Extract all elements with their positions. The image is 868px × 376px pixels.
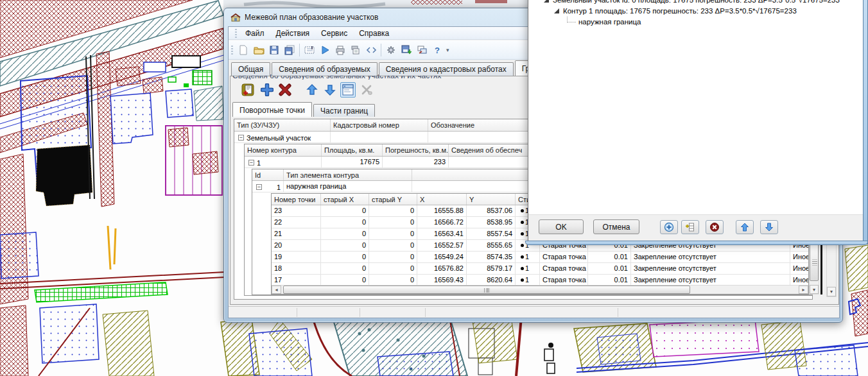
point-style-icon [521, 232, 524, 235]
status-bar [229, 306, 839, 318]
toolbar-separator [299, 44, 300, 56]
save-icon[interactable] [266, 43, 282, 57]
point-style-icon [521, 221, 524, 224]
add-document-icon[interactable] [240, 82, 256, 98]
toolbar-more-icon[interactable]: ▾ [446, 47, 449, 53]
transfer-icon[interactable] [414, 43, 430, 57]
points-tab-bar: Поворотные точки Части границ [232, 103, 376, 117]
tab-chasti-granits[interactable]: Части границ [313, 104, 375, 117]
code-icon[interactable] [363, 43, 379, 57]
save-export-icon[interactable] [399, 43, 414, 57]
expanded-triangle-icon[interactable] [554, 8, 559, 13]
new-document-icon[interactable] [236, 43, 251, 57]
save-as-icon[interactable] [282, 43, 297, 57]
cell-point-number: 18 [272, 263, 321, 274]
menu-service[interactable]: Сервис [315, 28, 353, 39]
scroll-left-icon[interactable]: ◂ [272, 286, 281, 294]
contour-dialog: Земельный участок id: 0 площадь: 17675 п… [528, 0, 864, 241]
delete-circle-icon[interactable] [706, 220, 724, 234]
help-icon[interactable]: ? [430, 43, 445, 57]
dialog-frame-edge [863, 0, 868, 244]
collapse-box[interactable]: − [256, 184, 262, 190]
move-up-icon[interactable] [736, 220, 754, 234]
cancel-button[interactable]: Отмена [593, 219, 639, 234]
collapse-box[interactable]: − [238, 135, 244, 141]
toolbar-separator [381, 44, 381, 56]
menu-grip [235, 29, 237, 38]
point-style-icon [521, 278, 524, 282]
expanded-triangle-icon[interactable] [544, 0, 549, 3]
form-view-icon[interactable] [340, 82, 356, 98]
scroll-down-icon[interactable]: ▾ [827, 287, 836, 296]
cell-point-number: 17 [272, 275, 321, 286]
points-row[interactable]: 190016549.248574.351Старая точка0.01Закр… [272, 252, 808, 263]
open-folder-icon[interactable] [251, 43, 266, 57]
menu-file[interactable]: Файл [239, 28, 270, 39]
points-hscrollbar[interactable]: ◂ ▸ [272, 285, 808, 294]
points-row[interactable]: 180016576.828579.171Старая точка0.01Закр… [272, 263, 808, 275]
tree-item-parcel[interactable]: Земельный участок id: 0 площадь: 17675 п… [528, 0, 863, 5]
hscroll-thumb[interactable] [283, 286, 690, 294]
tree-connector [567, 17, 576, 22]
menu-help[interactable]: Справка [353, 28, 395, 39]
contour-tree: Земельный участок id: 0 площадь: 17675 п… [528, 0, 863, 27]
add-circle-icon[interactable] [660, 220, 678, 234]
point-style-icon [521, 267, 524, 270]
move-down-icon[interactable] [322, 82, 338, 98]
window-title: Межевой план образование участков [245, 13, 378, 22]
point-style-icon [521, 209, 524, 212]
toolbar-grip [231, 46, 233, 55]
point-style-icon [521, 244, 524, 247]
svg-text:?: ? [435, 46, 440, 55]
cell-point-number: 19 [272, 252, 321, 262]
dialog-footer: OK Отмена [528, 214, 863, 241]
dialog-frame-edge [525, 241, 868, 245]
window-icon [230, 12, 241, 22]
print-icon[interactable] [333, 43, 348, 57]
move-down-icon[interactable] [760, 220, 778, 234]
cell-point-number: 22 [272, 217, 321, 228]
print-preview-icon[interactable] [348, 43, 363, 57]
settings-gear-icon[interactable] [383, 43, 399, 57]
tree-item-contour[interactable]: Контур 1 площадь: 17675 погрешность: 233… [528, 5, 863, 16]
tree-item-boundary[interactable]: наружная граница [528, 16, 863, 27]
tab-svedeniya-obrazuemyh[interactable]: Сведения об образуемых [272, 62, 378, 76]
tab-kadastrovye-raboty[interactable]: Сведения о кадастровых работах [379, 62, 514, 76]
cell-point-number: 23 [272, 205, 321, 216]
delete-icon[interactable] [277, 82, 293, 98]
fields-icon[interactable] [302, 43, 317, 57]
move-up-icon[interactable] [304, 82, 320, 98]
add-row-icon[interactable] [681, 220, 699, 234]
edit-disabled-icon[interactable] [359, 82, 374, 98]
tab-povorotnye-tochki[interactable]: Поворотные точки [232, 102, 312, 117]
scroll-down-icon[interactable]: ▾ [810, 285, 819, 294]
collapse-box[interactable]: − [248, 160, 254, 166]
add-icon[interactable] [259, 82, 275, 98]
cell-point-number: 21 [272, 228, 321, 239]
run-icon[interactable] [317, 43, 333, 57]
ok-button[interactable]: OK [539, 219, 584, 234]
scroll-right-icon[interactable]: ▸ [799, 286, 808, 294]
menu-actions[interactable]: Действия [270, 28, 316, 39]
tab-obschaya[interactable]: Общая [231, 62, 270, 76]
point-style-icon [521, 255, 524, 259]
vscroll-thumb[interactable] [810, 244, 819, 281]
screen: Межевой план образование участков Файл Д… [0, 0, 868, 376]
cell-point-number: 20 [272, 240, 321, 251]
